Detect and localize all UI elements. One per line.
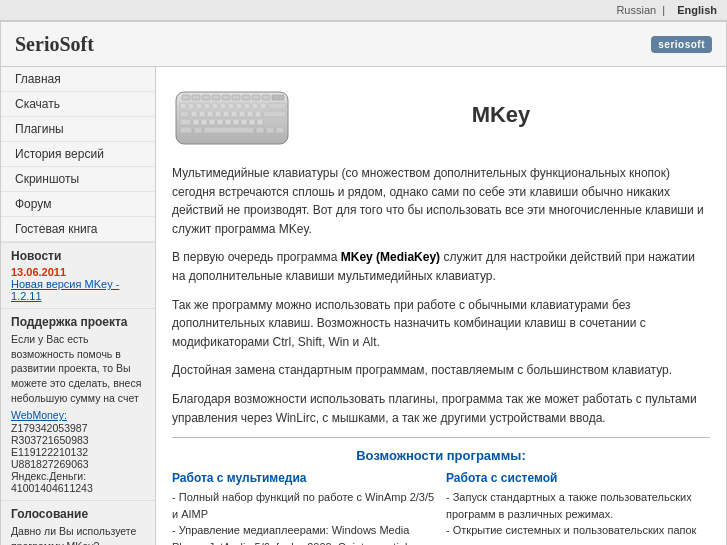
- svg-rect-1: [182, 95, 190, 100]
- nav-section: Главная Скачать Плагины История версий С…: [1, 67, 155, 243]
- support-section: Поддержка проекта Если у Вас есть возмож…: [1, 309, 155, 501]
- top-bar: Russian | English: [0, 0, 727, 21]
- nav-item-plugins[interactable]: Плагины: [1, 117, 155, 142]
- feature-col-media-items: - Полный набор функций по работе с WinAm…: [172, 489, 436, 545]
- voting-section: Голосование Давно ли Вы используете прог…: [1, 501, 155, 545]
- svg-rect-49: [276, 127, 284, 133]
- svg-rect-30: [239, 111, 245, 117]
- voting-title: Голосование: [11, 507, 145, 521]
- russian-lang-link[interactable]: Russian: [616, 4, 656, 16]
- svg-rect-23: [180, 111, 189, 117]
- svg-rect-36: [201, 119, 207, 125]
- desc-para-1: Мультимедийные клавиатуры (со множеством…: [172, 164, 710, 238]
- svg-rect-6: [232, 95, 240, 100]
- svg-rect-20: [252, 103, 258, 109]
- feature-media-item-2: - Управление медиаплеерами: Windows Medi…: [172, 522, 436, 545]
- desc-para-2: В первую очередь программа MKey (MediaKe…: [172, 248, 710, 285]
- news-link[interactable]: Новая версия MKey - 1.2.11: [11, 278, 145, 302]
- mkey-bold-1: MKey (MediaKey): [341, 250, 440, 264]
- feature-media-item-1: - Полный набор функций по работе с WinAm…: [172, 489, 436, 522]
- svg-rect-27: [215, 111, 221, 117]
- desc-para-3: Так же программу можно использовать при …: [172, 296, 710, 352]
- news-section: Новости 13.06.2011 Новая версия MKey - 1…: [1, 243, 155, 309]
- svg-rect-17: [228, 103, 234, 109]
- english-lang-link[interactable]: English: [677, 4, 717, 16]
- nav-item-home[interactable]: Главная: [1, 67, 155, 92]
- svg-rect-24: [191, 111, 197, 117]
- svg-rect-13: [196, 103, 202, 109]
- svg-rect-35: [193, 119, 199, 125]
- voting-question: Давно ли Вы используете программу MKey?: [11, 524, 145, 545]
- svg-rect-3: [202, 95, 210, 100]
- svg-rect-47: [256, 127, 264, 133]
- divider: [172, 437, 710, 438]
- site-header: SerioSoft seriosoft: [1, 22, 726, 67]
- feature-system-item-2: - Открытие системных и пользовательских …: [446, 522, 710, 539]
- support-text: Если у Вас есть возможность помочь в раз…: [11, 332, 145, 405]
- site-logo-text: SerioSoft: [15, 33, 94, 56]
- svg-rect-40: [233, 119, 239, 125]
- svg-rect-7: [242, 95, 250, 100]
- account-e: E119122210132: [11, 446, 145, 458]
- svg-rect-45: [194, 127, 202, 133]
- feature-system-item-1: - Запуск стандартных а также пользовател…: [446, 489, 710, 522]
- svg-rect-4: [212, 95, 220, 100]
- svg-rect-44: [180, 127, 192, 133]
- svg-rect-19: [244, 103, 250, 109]
- feature-col-system: Работа с системой - Запуск стандартных а…: [446, 471, 710, 545]
- svg-rect-29: [231, 111, 237, 117]
- nav-item-screenshots[interactable]: Скриншоты: [1, 167, 155, 192]
- svg-rect-25: [199, 111, 205, 117]
- product-header: MKey: [172, 77, 710, 152]
- svg-rect-32: [255, 111, 261, 117]
- feature-col-media: Работа с мультимедиа - Полный набор функ…: [172, 471, 436, 545]
- features-columns: Работа с мультимедиа - Полный набор функ…: [172, 471, 710, 545]
- svg-rect-37: [209, 119, 215, 125]
- account-r: R303721650983: [11, 434, 145, 446]
- svg-rect-2: [192, 95, 200, 100]
- svg-rect-42: [249, 119, 255, 125]
- site-logo-badge: seriosoft: [632, 30, 712, 58]
- svg-rect-41: [241, 119, 247, 125]
- svg-rect-11: [180, 103, 186, 109]
- svg-rect-9: [262, 95, 270, 100]
- svg-rect-21: [260, 103, 266, 109]
- desc-para-4: Достойная замена стандартным программам,…: [172, 361, 710, 380]
- main-content: MKey Мультимедийные клавиатуры (со множе…: [156, 67, 726, 545]
- feature-col-system-title: Работа с системой: [446, 471, 710, 485]
- nav-item-history[interactable]: История версий: [1, 142, 155, 167]
- svg-rect-39: [225, 119, 231, 125]
- yandex-label: Яндекс.Деньги:: [11, 470, 145, 482]
- yandex-account: 41001404611243: [11, 482, 145, 494]
- account-z: Z179342053987: [11, 422, 145, 434]
- feature-col-system-items: - Запуск стандартных а также пользовател…: [446, 489, 710, 539]
- svg-rect-46: [204, 127, 254, 133]
- svg-rect-18: [236, 103, 242, 109]
- svg-rect-31: [247, 111, 253, 117]
- webmoney-link[interactable]: WebMoney:: [11, 409, 67, 421]
- keyboard-image: [172, 77, 292, 152]
- nav-item-forum[interactable]: Форум: [1, 192, 155, 217]
- svg-rect-5: [222, 95, 230, 100]
- page-wrapper: SerioSoft seriosoft Главная Скачать Плаг…: [0, 21, 727, 545]
- svg-rect-15: [212, 103, 218, 109]
- svg-rect-8: [252, 95, 260, 100]
- nav-item-download[interactable]: Скачать: [1, 92, 155, 117]
- svg-rect-22: [268, 103, 286, 109]
- svg-rect-38: [217, 119, 223, 125]
- support-title: Поддержка проекта: [11, 315, 145, 329]
- features-title: Возможности программы:: [172, 448, 710, 463]
- nav-item-guestbook[interactable]: Гостевая книга: [1, 217, 155, 242]
- svg-rect-10: [272, 95, 284, 100]
- main-layout: Главная Скачать Плагины История версий С…: [1, 67, 726, 545]
- account-u: U881827269063: [11, 458, 145, 470]
- svg-rect-14: [204, 103, 210, 109]
- news-title: Новости: [11, 249, 145, 263]
- svg-rect-28: [223, 111, 229, 117]
- svg-rect-33: [263, 111, 286, 117]
- svg-rect-48: [266, 127, 274, 133]
- desc-para-5: Благодаря возможности использовать плаги…: [172, 390, 710, 427]
- svg-rect-12: [188, 103, 194, 109]
- sidebar: Главная Скачать Плагины История версий С…: [1, 67, 156, 545]
- logo-badge-text: seriosoft: [651, 36, 712, 53]
